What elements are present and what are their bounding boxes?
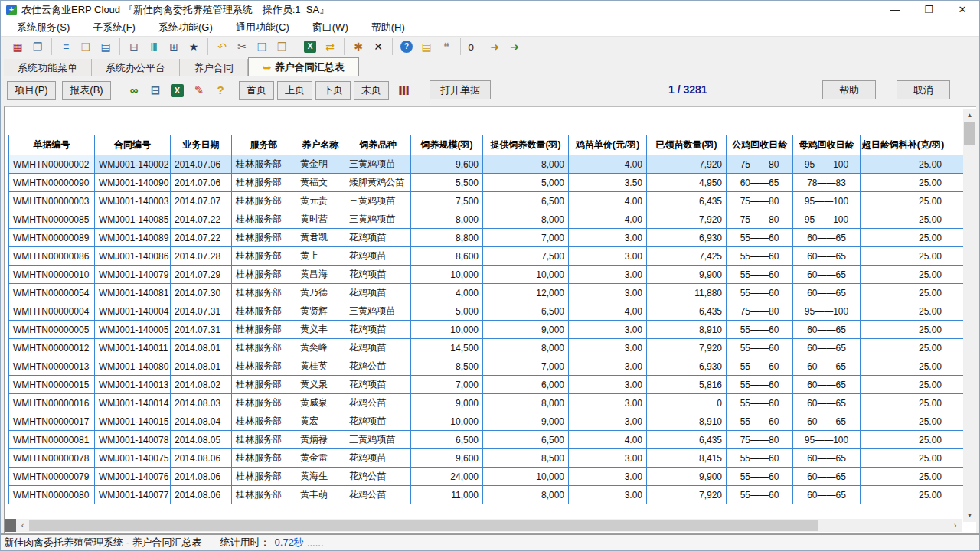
horizontal-scroll-thumb[interactable]	[29, 520, 818, 531]
cell[interactable]: 95——100	[793, 302, 861, 321]
cell[interactable]: 3.00	[569, 486, 647, 504]
cell[interactable]: WMJ001-140004	[95, 302, 171, 321]
cell[interactable]: 桂林服务部	[232, 321, 296, 339]
cell[interactable]: 黄海生	[296, 468, 345, 486]
cell[interactable]: WMJ001-140076	[95, 468, 171, 486]
scroll-right-arrow-icon[interactable]: ›	[949, 519, 962, 532]
column-header[interactable]: 饲养规模(羽)	[411, 135, 483, 155]
cell[interactable]: 3.00	[569, 339, 647, 357]
cell[interactable]: 60——65	[793, 468, 861, 486]
cell[interactable]: 9,600	[411, 449, 483, 468]
cell[interactable]: WMJ001-140005	[95, 321, 171, 339]
cell[interactable]: 25.00	[861, 486, 946, 504]
cell[interactable]: 25.00	[861, 321, 946, 339]
cell[interactable]: 桂林服务部	[232, 449, 296, 468]
menu-item[interactable]: 系统服务(S)	[5, 21, 81, 34]
cell[interactable]: 25.00	[861, 266, 946, 284]
help-button[interactable]: 帮助	[822, 80, 876, 99]
cell[interactable]: 75——80	[727, 210, 793, 229]
cell[interactable]: 3.00	[569, 266, 647, 284]
last-page-button[interactable]: 末页	[354, 81, 389, 100]
cell[interactable]: 55——60	[727, 394, 793, 412]
table-row[interactable]: WMHTN00000002WMJ001-1400022014.07.06桂林服务…	[9, 155, 968, 174]
cell[interactable]: 花鸡项苗	[345, 321, 411, 339]
cell[interactable]: 60——65	[793, 339, 861, 357]
cell[interactable]: 2014.08.01	[171, 339, 232, 357]
cell[interactable]: 2014.08.01	[171, 357, 232, 376]
cell[interactable]: 4.00	[569, 210, 647, 229]
cell[interactable]: 三黄鸡项苗	[345, 210, 411, 229]
cell[interactable]: 60——65	[793, 376, 861, 394]
cell[interactable]: 2014.08.06	[171, 449, 232, 468]
cell[interactable]: 花鸡公苗	[345, 468, 411, 486]
cell[interactable]: WMHTN00000005	[9, 321, 95, 339]
cell[interactable]: 花鸡公苗	[345, 394, 411, 412]
cell[interactable]: WMHTN00000002	[9, 155, 95, 174]
detail-list-icon[interactable]: ≡	[57, 38, 74, 55]
cell[interactable]: 25.00	[861, 412, 946, 431]
find-icon[interactable]: ∞	[126, 82, 142, 99]
cell[interactable]: 花鸡项苗	[345, 412, 411, 431]
tab-2[interactable]: 系统办公平台	[92, 59, 180, 77]
column-header[interactable]: 鸡苗单价(元/羽)	[569, 135, 647, 155]
cell[interactable]: 2014.07.22	[171, 210, 232, 229]
column-header[interactable]: 单据编号	[9, 135, 95, 155]
cell[interactable]: WMJ001-140011	[95, 339, 171, 357]
cell[interactable]: WMHTN00000016	[9, 394, 95, 412]
cell[interactable]: 6,435	[647, 431, 727, 449]
cell[interactable]: 25.00	[861, 174, 946, 192]
cascade-windows-icon[interactable]: ❐	[29, 38, 46, 55]
cell[interactable]: 花鸡公苗	[345, 486, 411, 504]
menu-item[interactable]: 帮助(H)	[360, 21, 416, 34]
cell[interactable]: 2014.08.06	[171, 486, 232, 504]
cell[interactable]: 3.00	[569, 468, 647, 486]
cell[interactable]: 8,800	[411, 229, 483, 247]
table-row[interactable]: WMHTN00000012WMJ001-1400112014.08.01桂林服务…	[9, 339, 968, 357]
cell[interactable]: WMHTN00000010	[9, 266, 95, 284]
cell[interactable]: WMHTN00000085	[9, 210, 95, 229]
copy-icon[interactable]: ❑	[253, 38, 270, 55]
cell[interactable]: 花鸡项苗	[345, 449, 411, 468]
table-row[interactable]: WMHTN00000081WMJ001-1400782014.08.05桂林服务…	[9, 431, 968, 449]
cell[interactable]: 黄宏	[296, 412, 345, 431]
cell[interactable]: WMJ001-140079	[95, 266, 171, 284]
horizontal-scrollbar[interactable]: ‹ ›	[5, 519, 962, 532]
cell[interactable]: 75——80	[727, 431, 793, 449]
cell[interactable]: 8,910	[647, 321, 727, 339]
cell[interactable]: 60——65	[727, 174, 793, 192]
cell[interactable]: 11,880	[647, 284, 727, 302]
cell[interactable]: 60——65	[793, 449, 861, 468]
login-icon[interactable]: ➜	[486, 38, 503, 55]
cell[interactable]: 60——65	[793, 266, 861, 284]
cell[interactable]: 25.00	[861, 431, 946, 449]
cell[interactable]: 24,000	[411, 468, 483, 486]
column-header[interactable]: 提供饲养数量(羽)	[483, 135, 569, 155]
cell[interactable]: WMHTN00000054	[9, 284, 95, 302]
cell[interactable]: 4.00	[569, 431, 647, 449]
cell[interactable]: 黄元贵	[296, 192, 345, 210]
cell[interactable]: 6,435	[647, 192, 727, 210]
cell[interactable]: 7,000	[483, 229, 569, 247]
excel-icon[interactable]: X	[304, 41, 316, 53]
cell[interactable]: 4.00	[569, 192, 647, 210]
cell[interactable]: 8,415	[647, 449, 727, 468]
cell[interactable]: 55——60	[727, 449, 793, 468]
cell[interactable]: 7,000	[411, 376, 483, 394]
cell[interactable]: 7,500	[483, 247, 569, 266]
cell[interactable]: 60——65	[793, 412, 861, 431]
cell[interactable]: 3.00	[569, 394, 647, 412]
cell[interactable]: 12,000	[483, 284, 569, 302]
cell[interactable]: 2014.08.04	[171, 412, 232, 431]
cell[interactable]: 55——60	[727, 412, 793, 431]
cell[interactable]: 黄桂英	[296, 357, 345, 376]
table-row[interactable]: WMHTN00000013WMJ001-1400802014.08.01桂林服务…	[9, 357, 968, 376]
table-row[interactable]: WMHTN00000090WMJ001-1400902014.07.06桂林服务…	[9, 174, 968, 192]
cell[interactable]: 8,910	[647, 412, 727, 431]
cell[interactable]: 黄丰萌	[296, 486, 345, 504]
cell[interactable]: WMJ001-140015	[95, 412, 171, 431]
cell[interactable]: WMJ001-140081	[95, 284, 171, 302]
cell[interactable]: 3.00	[569, 229, 647, 247]
cell[interactable]: 桂林服务部	[232, 210, 296, 229]
cell[interactable]: 25.00	[861, 155, 946, 174]
cell[interactable]: 4,000	[411, 284, 483, 302]
